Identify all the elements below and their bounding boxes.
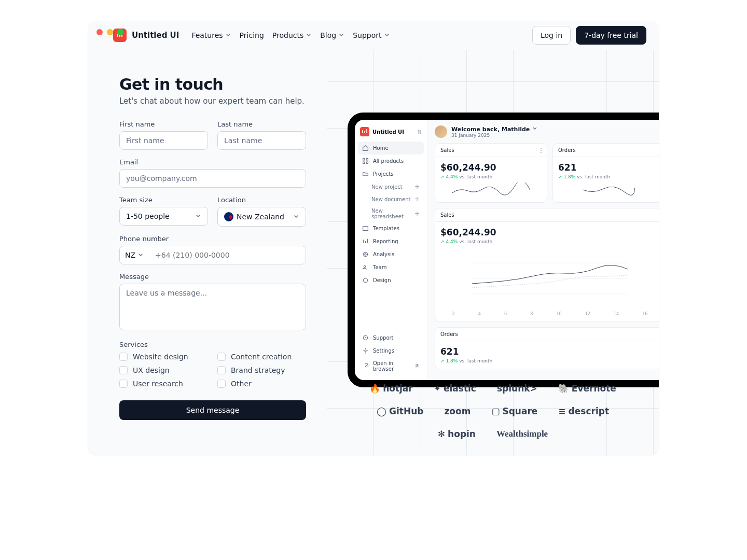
orders-chart-card: Orders 621 ↗ 1.8% vs. last month	[435, 327, 659, 369]
email-input[interactable]	[119, 169, 306, 188]
nav-pricing[interactable]: Pricing	[240, 31, 264, 39]
nav-features[interactable]: Features	[191, 31, 231, 39]
logo-zoom: zoom	[444, 406, 471, 416]
target-icon	[362, 251, 369, 258]
orders-label: Orders	[558, 147, 576, 153]
hero-illustration: Untitled UI ⇅ Home All products Projects…	[327, 50, 659, 455]
service-ux-design[interactable]: UX design	[119, 366, 208, 374]
svg-rect-1	[366, 159, 368, 160]
logo-hotjar: 🔥hotjar	[369, 383, 413, 394]
palette-icon	[362, 277, 369, 284]
sidebar-item-templates[interactable]: Templates	[358, 222, 424, 235]
plus-icon: +	[414, 195, 420, 203]
users-icon	[362, 264, 369, 271]
svg-rect-0	[363, 159, 365, 160]
country-code-select[interactable]: NZ	[120, 246, 149, 264]
sidebar-item-home[interactable]: Home	[358, 142, 424, 155]
login-button[interactable]: Log in	[532, 26, 571, 45]
sidebar-item-support[interactable]: Support	[358, 331, 424, 344]
page-subtitle: Let's chat about how our expert team can…	[119, 96, 306, 106]
service-other[interactable]: Other	[217, 380, 306, 388]
sidebar-item-all-products[interactable]: All products	[358, 155, 424, 167]
nav-products[interactable]: Products	[272, 31, 312, 39]
trial-button[interactable]: 7-day free trial	[576, 26, 646, 45]
phone-field: NZ	[119, 246, 306, 264]
sidebar-item-reporting[interactable]: Reporting	[358, 235, 424, 248]
chevron-down-icon	[195, 212, 201, 220]
logo-splunk: splunk>	[497, 383, 537, 394]
sales-value: $60,244.90	[440, 162, 542, 173]
location-select[interactable]: New Zealand	[217, 207, 306, 227]
chevron-down-icon	[384, 31, 390, 39]
send-message-button[interactable]: Send message	[119, 400, 306, 420]
chevron-down-icon	[338, 31, 344, 39]
sidebar-item-settings[interactable]: Settings	[358, 344, 424, 357]
team-size-label: Team size	[119, 196, 208, 204]
svg-rect-2	[363, 162, 365, 163]
sales-label: Sales	[440, 147, 454, 153]
tablet-mockup: Untitled UI ⇅ Home All products Projects…	[348, 113, 659, 387]
welcome-date: 31 January 2025	[451, 133, 538, 138]
logo-square: ▢Square	[491, 406, 537, 416]
services-label: Services	[119, 341, 306, 348]
orders-card: Orders 621 ↗ 1.8% vs. last month	[552, 143, 659, 203]
sales-chart-card: Sales $60,244.90 ↗ 4.4% vs. last month	[435, 208, 659, 322]
sidebar-item-analysis[interactable]: Analysis	[358, 248, 424, 261]
logo-evernote: 🐘Evernote	[558, 383, 616, 394]
help-icon	[362, 334, 369, 341]
sparkline-icon	[558, 183, 659, 197]
sidebar-sub-new-document[interactable]: New document+	[358, 193, 424, 205]
app-main: Welcome back, Mathilde 31 January 2025 S…	[427, 120, 659, 380]
avatar[interactable]	[435, 125, 447, 138]
chart-icon	[362, 238, 369, 245]
sidebar-item-projects[interactable]: Projects	[358, 167, 424, 180]
nz-flag-icon	[224, 212, 233, 221]
selector-icon[interactable]: ⇅	[418, 129, 422, 135]
sidebar-sub-new-spreadsheet[interactable]: New spreadsheet+	[358, 205, 424, 222]
more-icon[interactable]	[541, 147, 542, 153]
message-textarea[interactable]	[119, 284, 306, 330]
top-nav: Untitled UI Features Pricing Products Bl…	[88, 21, 659, 50]
service-content-creation[interactable]: Content creation	[217, 353, 306, 361]
svg-point-7	[364, 265, 365, 267]
sales-delta: ↗ 4.4% vs. last month	[440, 174, 542, 179]
app-brand: Untitled UI ⇅	[358, 125, 424, 142]
phone-input[interactable]	[149, 246, 306, 264]
external-link-icon	[413, 363, 420, 370]
nav-support[interactable]: Support	[353, 31, 390, 39]
page-title: Get in touch	[119, 75, 306, 93]
layers-icon	[362, 225, 369, 232]
sidebar-sub-new-project[interactable]: New project+	[358, 180, 424, 193]
sidebar-item-open-browser[interactable]: Open in browser	[358, 357, 424, 375]
service-brand-strategy[interactable]: Brand strategy	[217, 366, 306, 374]
line-chart	[440, 247, 659, 310]
email-label: Email	[119, 158, 306, 166]
team-size-select[interactable]: 1-50 people	[119, 207, 208, 226]
chevron-down-icon	[137, 251, 144, 259]
nav-blog[interactable]: Blog	[320, 31, 344, 39]
message-label: Message	[119, 273, 306, 281]
last-name-label: Last name	[217, 120, 306, 128]
app-sidebar: Untitled UI ⇅ Home All products Projects…	[355, 120, 427, 380]
svg-point-10	[365, 350, 366, 352]
app-logo-icon	[360, 127, 369, 136]
first-name-input[interactable]	[119, 131, 208, 150]
logo-hopin: ✻hopin	[438, 429, 476, 439]
svg-point-8	[363, 278, 367, 282]
home-icon	[362, 145, 369, 151]
chevron-down-icon	[306, 31, 312, 39]
last-name-input[interactable]	[217, 131, 306, 150]
service-website-design[interactable]: Website design	[119, 353, 208, 361]
sidebar-item-design[interactable]: Design	[358, 274, 424, 287]
chart-xticks: 246810121416	[440, 312, 659, 316]
svg-point-6	[365, 254, 366, 255]
sidebar-item-team[interactable]: Team	[358, 261, 424, 274]
sparkline-icon	[440, 183, 542, 197]
orders-value: 621	[558, 162, 659, 173]
plus-icon: +	[414, 210, 420, 217]
service-user-research[interactable]: User research	[119, 380, 208, 388]
chevron-down-icon	[225, 31, 231, 39]
svg-rect-4	[363, 226, 368, 230]
first-name-label: First name	[119, 120, 208, 128]
chevron-down-icon[interactable]	[532, 125, 538, 133]
